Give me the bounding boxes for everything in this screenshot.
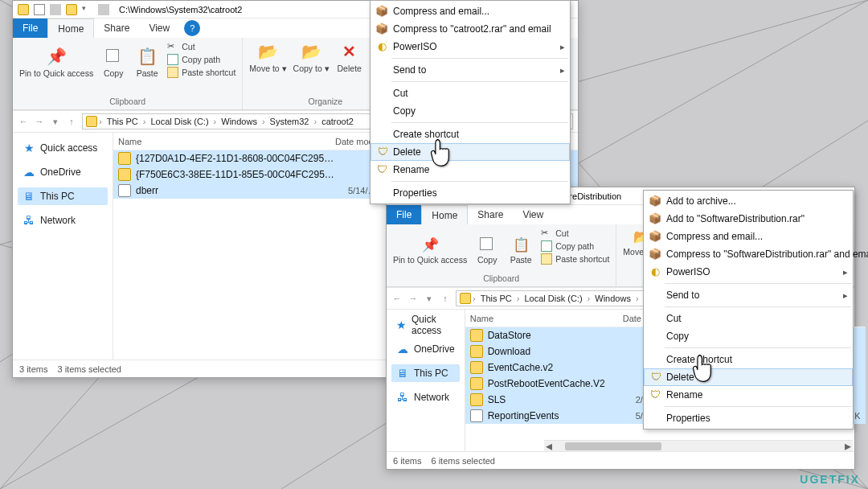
- context-menu[interactable]: 📦Add to archive... 📦Add to "SoftwareDist…: [643, 190, 854, 429]
- tab-view[interactable]: View: [139, 18, 179, 38]
- horizontal-scrollbar[interactable]: ◂ ▸: [544, 440, 853, 451]
- status-items: 3 items: [19, 364, 47, 374]
- tab-home[interactable]: Home: [47, 18, 94, 38]
- menu-properties[interactable]: Properties: [644, 409, 853, 427]
- nav-network[interactable]: 🖧Network: [18, 212, 108, 229]
- file-name: dberr: [136, 185, 348, 196]
- pin-button[interactable]: 📌Pin to Quick access: [393, 236, 467, 265]
- cut-button[interactable]: Cut: [167, 41, 235, 52]
- watermark: UGETFIX: [800, 473, 860, 486]
- up-button[interactable]: ↑: [66, 117, 77, 127]
- menu-properties[interactable]: Properties: [371, 184, 570, 202]
- cloud-icon: ☁: [396, 343, 409, 355]
- back-button[interactable]: ←: [18, 117, 29, 127]
- winrar-icon: 📦: [649, 212, 661, 225]
- help-icon[interactable]: ?: [184, 20, 200, 36]
- file-icon: [470, 409, 483, 422]
- menu-send-to[interactable]: Send to▸: [371, 61, 570, 79]
- folder-icon: [470, 393, 483, 406]
- winrar-icon: 📦: [649, 230, 661, 243]
- menu-compress-email[interactable]: 📦Compress and email...: [644, 228, 853, 245]
- paste-shortcut-button[interactable]: Paste shortcut: [541, 253, 609, 265]
- file-name: {127D0A1D-4EF2-11D1-8608-00C04FC295…: [136, 153, 348, 164]
- nav-quick-access[interactable]: ★Quick access: [391, 316, 460, 334]
- shield-icon: 🛡: [649, 371, 662, 384]
- tab-file[interactable]: File: [387, 205, 421, 224]
- paste-button[interactable]: 📋Paste: [507, 236, 534, 265]
- pc-icon: 🖥: [23, 190, 35, 203]
- folder-icon: [18, 4, 29, 15]
- separator: [98, 4, 109, 15]
- recent-button[interactable]: ▾: [424, 294, 435, 304]
- nav-network[interactable]: 🖧Network: [391, 388, 460, 406]
- up-button[interactable]: ↑: [440, 294, 451, 304]
- file-name: Download: [488, 346, 636, 357]
- pin-button[interactable]: 📌Pin to Quick access: [19, 46, 93, 78]
- menu-rename[interactable]: 🛡Rename: [371, 161, 570, 179]
- forward-button[interactable]: →: [407, 294, 419, 304]
- menu-add-archive[interactable]: 📦Add to archive...: [644, 192, 853, 210]
- menu-compress-rar-email[interactable]: 📦Compress to "SoftwareDistribution.rar" …: [644, 245, 853, 263]
- delete-button[interactable]: ✕Delete: [336, 41, 363, 73]
- nav-onedrive[interactable]: ☁OneDrive: [18, 163, 108, 181]
- pc-icon: 🖥: [396, 367, 409, 380]
- forward-button[interactable]: →: [34, 117, 45, 127]
- chevron-down-icon[interactable]: ▾: [82, 4, 93, 15]
- menu-copy[interactable]: Copy: [371, 102, 570, 120]
- cloud-icon: ☁: [23, 166, 35, 179]
- paste-shortcut-icon: [541, 253, 552, 265]
- file-name: {F750E6C3-38EE-11D1-85E5-00C04FC295…: [136, 169, 348, 180]
- copy-button[interactable]: Copy: [100, 46, 127, 78]
- folder-icon: [470, 377, 483, 390]
- folder-icon: [118, 168, 131, 181]
- move-to-button[interactable]: 📂Move to ▾: [249, 41, 286, 73]
- status-selected: 6 items selected: [431, 456, 494, 466]
- cut-button[interactable]: Cut: [541, 228, 609, 239]
- menu-add-rar[interactable]: 📦Add to "SoftwareDistribution.rar": [644, 210, 853, 228]
- paste-shortcut-icon: [167, 67, 178, 78]
- copy-button[interactable]: Copy: [473, 236, 501, 265]
- chevron-right-icon: ▸: [560, 65, 565, 76]
- tab-view[interactable]: View: [513, 205, 553, 224]
- copy-to-button[interactable]: 📂Copy to ▾: [293, 41, 330, 73]
- window-title: C:\Windows\System32\catroot2: [114, 5, 247, 14]
- tab-share[interactable]: Share: [94, 18, 139, 38]
- file-icon: [118, 184, 131, 197]
- copy-path-button[interactable]: Copy path: [167, 54, 235, 65]
- nav-this-pc[interactable]: 🖥This PC: [391, 364, 460, 382]
- tab-home[interactable]: Home: [421, 205, 468, 224]
- menu-rename[interactable]: 🛡Rename: [644, 386, 853, 404]
- paste-button[interactable]: 📋Paste: [133, 46, 161, 78]
- drive-icon: [460, 293, 471, 304]
- menu-create-shortcut[interactable]: Create shortcut: [371, 125, 570, 143]
- ribbon-group-clipboard: 📌Pin to Quick access Copy 📋Paste Cut Cop…: [387, 224, 616, 286]
- ribbon-group-clipboard: 📌Pin to Quick access Copy 📋Paste Cut Cop…: [13, 38, 243, 109]
- menu-create-shortcut[interactable]: Create shortcut: [644, 351, 853, 368]
- scissors-icon: [541, 228, 552, 239]
- nav-onedrive[interactable]: ☁OneDrive: [391, 340, 460, 358]
- menu-copy[interactable]: Copy: [644, 327, 853, 345]
- recent-button[interactable]: ▾: [50, 117, 61, 127]
- context-menu[interactable]: 📦Compress and email... 📦Compress to "cat…: [370, 0, 571, 204]
- menu-compress-rar-email[interactable]: 📦Compress to "catroot2.rar" and email: [371, 20, 570, 38]
- doc-icon: [34, 4, 45, 15]
- tab-file[interactable]: File: [13, 18, 47, 38]
- menu-compress-email[interactable]: 📦Compress and email...: [371, 2, 570, 20]
- menu-cut[interactable]: Cut: [371, 84, 570, 102]
- copy-path-button[interactable]: Copy path: [541, 240, 609, 252]
- back-button[interactable]: ←: [391, 294, 403, 304]
- menu-delete[interactable]: 🛡Delete: [644, 368, 853, 386]
- menu-cut[interactable]: Cut: [644, 310, 853, 327]
- nav-quick-access[interactable]: ★Quick access: [18, 139, 108, 157]
- menu-send-to[interactable]: Send to▸: [644, 286, 853, 304]
- group-title: Clipboard: [483, 273, 519, 283]
- paste-shortcut-button[interactable]: Paste shortcut: [167, 67, 235, 78]
- nav-this-pc[interactable]: 🖥This PC: [18, 187, 108, 205]
- menu-delete[interactable]: 🛡Delete: [371, 143, 570, 161]
- tab-share[interactable]: Share: [468, 205, 513, 224]
- scroll-thumb[interactable]: [565, 442, 661, 450]
- file-name: PostRebootEventCache.V2: [488, 378, 636, 389]
- menu-poweriso[interactable]: ◐PowerISO▸: [371, 38, 570, 55]
- shield-icon: 🛡: [375, 163, 388, 176]
- menu-poweriso[interactable]: ◐PowerISO▸: [644, 263, 853, 281]
